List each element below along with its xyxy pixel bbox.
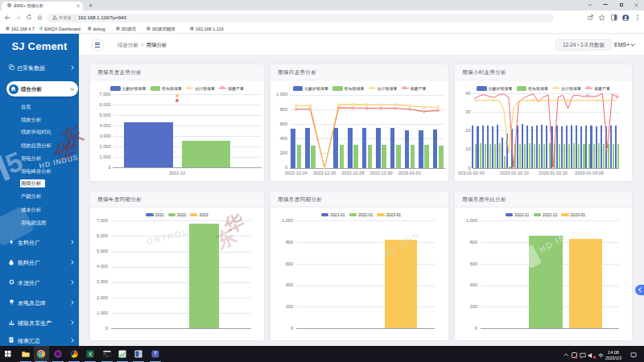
svg-text:>_: >_ bbox=[104, 352, 109, 356]
svg-text:X: X bbox=[89, 352, 93, 357]
svg-text:T: T bbox=[154, 351, 157, 356]
